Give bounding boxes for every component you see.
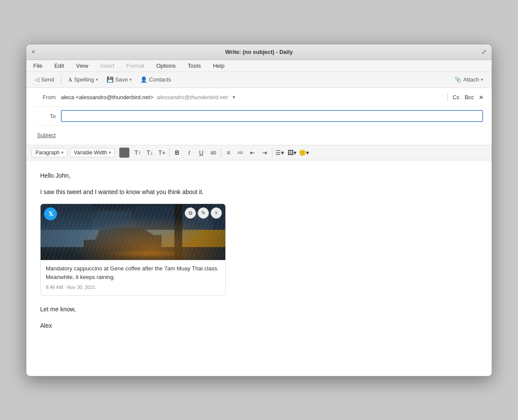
bcc-button[interactable]: Bcc [464, 94, 474, 100]
save-dropdown-arrow[interactable]: ▾ [130, 77, 132, 82]
attach-icon: 📎 [455, 76, 461, 83]
subject-label: Subject [35, 132, 61, 138]
decrease-font-button[interactable]: T↓ [144, 147, 155, 158]
title-bar: × Write: (no subject) - Daily ⤢ [26, 44, 492, 60]
fmt-sep-2 [221, 148, 221, 157]
menu-insert[interactable]: Insert [98, 62, 116, 70]
color-button[interactable] [119, 147, 130, 158]
fmt-sep-1 [169, 148, 170, 157]
contacts-icon: 👤 [140, 76, 147, 83]
bold-button[interactable]: B [171, 147, 183, 158]
to-label: To [35, 113, 61, 119]
unordered-list-button[interactable]: ≡ [223, 147, 234, 158]
body-text: I saw this tweet and I wanted to know wh… [40, 187, 478, 197]
emoji-button[interactable]: 🙂▾ [298, 147, 310, 158]
underline-button[interactable]: U [196, 147, 207, 158]
attach-dropdown-arrow[interactable]: ▾ [481, 77, 483, 82]
toolbar: ◁ Send 𝐀 Spelling ▾ 💾 Save ▾ 👤 Contacts … [26, 72, 492, 88]
paragraph-label: Paragraph [35, 150, 60, 156]
header-fields: From aleca <alessandro@thunderbird.net> … [26, 88, 492, 145]
from-dropdown-arrow[interactable]: ▾ [233, 94, 235, 100]
spelling-dropdown-arrow[interactable]: ▾ [96, 77, 98, 82]
formatting-bar: Paragraph ▾ Variable Width ▾ T↑ T↓ T+ B … [26, 145, 492, 160]
menu-tools[interactable]: Tools [186, 62, 202, 70]
from-name: aleca <alessandro@thunderbird.net> [61, 94, 153, 100]
spelling-button[interactable]: 𝐀 Spelling ▾ [65, 75, 101, 85]
strikethrough-button[interactable]: ab [208, 147, 219, 158]
greeting-text: Hello John, [40, 171, 478, 180]
width-label: Variable Width [74, 150, 107, 156]
to-row: To [35, 107, 483, 126]
from-actions: Cc Bcc » [447, 93, 483, 101]
send-button[interactable]: ◁ Send [32, 75, 57, 85]
from-row: From aleca <alessandro@thunderbird.net> … [35, 88, 483, 107]
tweet-close-button[interactable]: × [211, 207, 222, 219]
close-button[interactable]: × [32, 48, 35, 55]
menu-edit[interactable]: Edit [53, 62, 66, 70]
outdent-button[interactable]: ⇤ [247, 147, 258, 158]
tweet-copy-button[interactable]: ⧉ [185, 207, 196, 219]
width-select[interactable]: Variable Width ▾ [70, 148, 115, 157]
tweet-overlay-buttons: ⧉ ✎ × [185, 207, 222, 219]
from-content: aleca <alessandro@thunderbird.net> aless… [61, 93, 483, 101]
tweet-edit-button[interactable]: ✎ [198, 207, 209, 219]
subject-row: Subject [35, 126, 483, 145]
contacts-button[interactable]: 👤 Contacts [137, 75, 174, 85]
to-input[interactable] [61, 110, 483, 122]
menu-view[interactable]: View [74, 62, 90, 70]
ordered-list-button[interactable]: ≔ [235, 147, 246, 158]
compose-window: × Write: (no subject) - Daily ⤢ File Edi… [26, 44, 492, 376]
from-label: From [35, 94, 61, 100]
send-icon: ◁ [35, 76, 39, 83]
font-size-button[interactable]: T+ [156, 147, 167, 158]
cc-button[interactable]: Cc [453, 94, 460, 100]
attach-button[interactable]: 📎 Attach ▾ [451, 75, 486, 85]
from-separator [447, 93, 448, 101]
from-email-italic: alessandro@thunderbird.net [157, 94, 227, 100]
menu-file[interactable]: File [32, 62, 44, 70]
tweet-card: 𝕏 ⧉ ✎ × Mandatory cappuccino at Gene cof… [40, 204, 226, 296]
tweet-body-text: Mandatory cappuccino at Gene coffee afte… [46, 264, 220, 281]
window-title: Write: (no subject) - Daily [225, 49, 293, 55]
save-button[interactable]: 💾 Save ▾ [103, 75, 136, 85]
paragraph-dropdown-arrow: ▾ [61, 150, 63, 155]
subject-input[interactable] [61, 129, 483, 141]
spelling-icon: 𝐀 [68, 76, 72, 83]
italic-button[interactable]: I [183, 147, 195, 158]
paragraph-select[interactable]: Paragraph ▾ [32, 148, 67, 157]
closing-text: Let me know, [40, 304, 478, 314]
expand-button[interactable]: ⤢ [481, 48, 486, 55]
toolbar-separator-1 [61, 75, 61, 85]
menu-options[interactable]: Options [155, 62, 177, 70]
menu-format[interactable]: Format [125, 62, 146, 70]
width-dropdown-arrow: ▾ [109, 150, 111, 155]
increase-font-button[interactable]: T↑ [132, 147, 143, 158]
image-button[interactable]: 🖼▾ [286, 147, 297, 158]
indent-button[interactable]: ⇥ [259, 147, 270, 158]
align-button[interactable]: ☰▾ [274, 147, 285, 158]
signature-text: Alex [40, 321, 478, 330]
compose-area[interactable]: Hello John, I saw this tweet and I wante… [26, 160, 492, 376]
menu-help[interactable]: Help [211, 62, 226, 70]
more-button[interactable]: » [479, 93, 483, 101]
tweet-text-area: Mandatory cappuccino at Gene coffee afte… [41, 260, 225, 295]
save-icon: 💾 [107, 76, 114, 83]
tweet-image: 𝕏 ⧉ ✎ × [41, 204, 225, 260]
fmt-sep-3 [272, 148, 272, 157]
menu-bar: File Edit View Insert Format Options Too… [26, 60, 492, 72]
tweet-timestamp: 8:46 AM · Nov 30, 2021 [46, 284, 220, 291]
